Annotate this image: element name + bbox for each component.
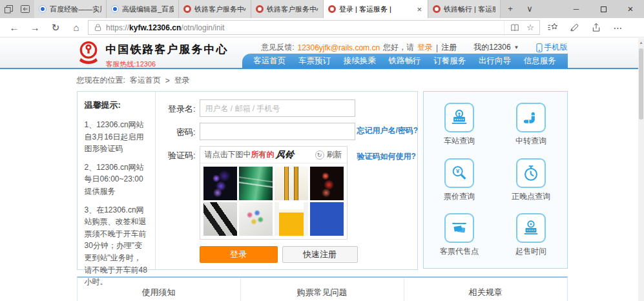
close-tab-icon[interactable]: × (415, 5, 423, 14)
tips-column: 温馨提示: 1、12306.cn网站自3月16日起启用图形验证码 2、12306… (78, 92, 156, 269)
browser-window: 百度经验——实用生活 高级编辑器_百度经验 铁路客户服务中心 铁路客户服务中心-… (0, 0, 644, 301)
chevron-down-icon[interactable]: ▼ (514, 45, 519, 50)
tab-actions (0, 0, 34, 18)
hotline: 客服热线:12306 (106, 59, 229, 69)
railway-12306-icon (183, 5, 191, 13)
quick-link-ticket-agency[interactable]: 客票代售点 (440, 213, 479, 257)
login-button[interactable]: 登录 (200, 246, 278, 263)
quick-link-station-query[interactable]: 车站查询 (444, 103, 475, 147)
svg-text:¥: ¥ (456, 168, 460, 174)
site-header: 中国铁路客户服务中心 客服热线:12306 意见反馈: 12306yjfk@ra… (0, 38, 644, 69)
share-icon[interactable] (587, 23, 606, 32)
main-content: 温馨提示: 1、12306.cn网站自3月16日起启用图形验证码 2、12306… (77, 91, 568, 270)
page-scrollbar[interactable]: ▲ (638, 38, 644, 301)
scrollbar-thumb[interactable] (639, 48, 643, 119)
username-input[interactable] (200, 99, 355, 117)
header-top-links: 意见反馈: 12306yjfk@rails.com.cn 您好，请 登录 | 注… (261, 42, 567, 53)
url-end-tools: ☆ (504, 21, 539, 34)
forgot-password-link[interactable]: 忘记用户名/密码? (357, 125, 419, 136)
web-note-pen-icon[interactable] (565, 23, 584, 32)
refresh-icon: ↻ (315, 150, 324, 160)
tips-title: 温馨提示: (85, 99, 149, 111)
register-link[interactable]: 注册 (441, 42, 457, 53)
tab-preview-icon[interactable] (4, 5, 14, 14)
nav-item-changxing[interactable]: 铁路畅行 (388, 56, 422, 67)
captcha-tile-amber-bottles[interactable] (275, 167, 308, 200)
feedback-email-link[interactable]: 12306yjfk@rails.com.cn (298, 43, 380, 52)
set-tabs-aside-icon[interactable] (20, 5, 30, 14)
tab-login-active[interactable]: 登录 | 客运服务 | × (324, 0, 428, 18)
nav-item-guide[interactable]: 出行向导 (477, 56, 512, 67)
back-button[interactable]: ← (5, 22, 23, 33)
maximize-button[interactable] (590, 0, 617, 18)
home-button[interactable]: ⌂ (67, 22, 85, 33)
new-tab-button[interactable]: + (501, 0, 520, 18)
footer-tab-faq[interactable]: 购票常见问题 (240, 278, 404, 301)
reading-view-icon[interactable] (510, 23, 520, 32)
forward-button[interactable]: → (26, 22, 44, 33)
nav-item-transfer[interactable]: 接续换乘 (342, 56, 377, 67)
breadcrumb: 您现在的位置: 客运首页 > 登录 (77, 75, 568, 86)
quick-link-punctuality-query[interactable]: 正晚点查询 (512, 158, 550, 202)
breadcrumb-separator: > (165, 76, 170, 85)
captcha-tile-beer-mug[interactable] (275, 202, 308, 236)
captcha-tile-red-sparks[interactable] (310, 167, 344, 200)
quick-links-panel: 车站查询 中转查询 ¥ 票价查询 (423, 91, 568, 269)
scroll-up-icon[interactable]: ▲ (638, 38, 644, 45)
captcha-tile-white-spools[interactable] (310, 202, 344, 236)
nav-item-home[interactable]: 客运首页 (252, 56, 287, 67)
refresh-button[interactable]: ↻ (47, 22, 65, 34)
quick-link-fare-query[interactable]: ¥ 票价查询 (444, 158, 475, 202)
transfer-icon (521, 108, 541, 127)
quick-register-button[interactable]: 快速注册 (282, 246, 358, 263)
webpage-12306: 中国铁路客户服务中心 客服热线:12306 意见反馈: 12306yjfk@ra… (0, 38, 644, 301)
quick-link-sale-time[interactable]: 起售时间 (515, 213, 546, 257)
greeting-text: 您好，请 (383, 42, 414, 53)
footer-tab-usage-notes[interactable]: 使用须知 (78, 278, 240, 301)
captcha-tile-chime-parts[interactable] (239, 202, 273, 236)
url-text: https://kyfw.12306.cn/otn/login/init (106, 23, 504, 32)
footer-tab-regulations[interactable]: 相关规章 (404, 278, 567, 301)
tip-item-1: 1、12306.cn网站自3月16日起启用图形验证码 (85, 119, 149, 155)
window-controls: ─ × (563, 0, 644, 18)
close-window-button[interactable]: × (617, 0, 644, 18)
login-form: 登录名: 密码: 验证码: 请点击下图中所有的风铃 ↻ (156, 92, 417, 269)
captcha-tile-black-tongs[interactable] (203, 202, 237, 236)
tip-item-3: 3、在12306.cn网站购票、改签和退票须不晚于开车前30分钟；办理"变更到站… (85, 204, 149, 288)
mobile-version-link[interactable]: 手机版 (536, 42, 568, 53)
more-options-icon[interactable]: ⋯ (608, 23, 628, 33)
captcha-help-link[interactable]: 验证码如何使用? (357, 151, 416, 162)
tab-railway-service-1[interactable]: 铁路客户服务中心 (179, 0, 251, 18)
tab-title: 铁路畅行 | 客运服务 | (444, 5, 495, 14)
punctuality-clock-icon (521, 163, 541, 183)
captcha-tile-glass-chimes[interactable] (239, 167, 273, 200)
login-link[interactable]: 登录 (417, 42, 433, 53)
tab-baidu-editor[interactable]: 高级编辑器_百度经验 (107, 0, 179, 18)
tab-title: 登录 | 客运服务 | (339, 5, 412, 14)
footer-tabs: 使用须知 购票常见问题 相关规章 (77, 276, 568, 301)
captcha-tile-purple-sparks[interactable] (203, 167, 237, 200)
url-field[interactable]: https://kyfw.12306.cn/otn/login/init ☆ (88, 20, 540, 35)
minimize-button[interactable]: ─ (563, 0, 590, 18)
nav-item-booking[interactable]: 车票预订 (297, 56, 332, 67)
captcha-label: 验证码: (156, 146, 196, 240)
main-navigation: 客运首页 车票预订 接续换乘 铁路畅行 订餐服务 出行向导 信息服务 (242, 54, 568, 68)
password-input[interactable] (200, 123, 355, 140)
favorite-star-icon[interactable]: ☆ (526, 23, 534, 32)
tab-railway-service-2[interactable]: 铁路客户服务中心--客 (251, 0, 324, 18)
site-logo[interactable]: 中国铁路客户服务中心 客服热线:12306 (77, 40, 229, 69)
nav-item-info[interactable]: 信息服务 (523, 56, 557, 67)
breadcrumb-home-link[interactable]: 客运首页 (130, 75, 161, 86)
tab-list-button[interactable]: ∨ (520, 0, 539, 18)
tab-railway-changxing[interactable]: 铁路畅行 | 客运服务 | (428, 0, 501, 18)
quick-link-transfer-query[interactable]: 中转查询 (515, 103, 546, 147)
captcha-refresh-button[interactable]: ↻ 刷新 (315, 149, 342, 160)
nav-item-meal[interactable]: 订餐服务 (432, 56, 467, 67)
baidu-icon (111, 5, 119, 13)
captcha-target-word: 风铃 (275, 149, 295, 161)
my-12306-menu[interactable]: 我的12306 (473, 42, 510, 53)
tip-item-2: 2、12306.cn网站每日06:00~23:00提供服务 (85, 161, 149, 198)
hub-favorites-icon[interactable] (543, 23, 562, 32)
browser-address-bar: ← → ↻ ⌂ https://kyfw.12306.cn/otn/login/… (0, 18, 644, 37)
tab-baidu-jingyan[interactable]: 百度经验——实用生活 (34, 0, 107, 18)
